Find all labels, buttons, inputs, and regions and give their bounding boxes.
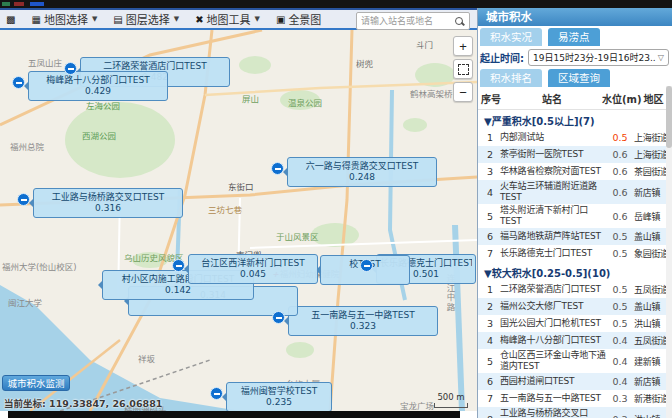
panel-scrollbar[interactable] — [666, 86, 672, 418]
table-row[interactable]: 4梅峰路十八分部门口TEST0.4五凤街道 — [478, 332, 672, 349]
water-level-value: 0.4 — [606, 335, 634, 346]
district-name: 建新镇 — [634, 355, 669, 368]
district-name: 盖山镇 — [634, 230, 669, 243]
table-row[interactable]: 7五一南路与五一中路TEST0.3新港街道 — [478, 390, 672, 407]
row-index: 6 — [480, 376, 500, 387]
table-row[interactable]: 7长乐路德克士门口TEST0.5象园街道 — [478, 245, 672, 262]
row-index: 7 — [480, 393, 500, 404]
window-chrome — [0, 0, 672, 8]
table-row[interactable]: 3国光公园大门口枪机TEST0.5洪山镇 — [478, 315, 672, 332]
chrome-fragment — [2, 2, 10, 6]
group-header[interactable]: ▼较大积水[0.25-0.5](10) — [478, 262, 672, 281]
table-row[interactable]: 5仓山区西三环金山寺地下通道内TEST0.4建新镇 — [478, 349, 672, 373]
map-select-icon: ▦ — [31, 14, 40, 25]
table-row[interactable]: 6西园村道闸口TEST0.4新店镇 — [478, 373, 672, 390]
time-range-input[interactable]: 19日15时23分-19日16时23.. ▽ — [528, 49, 669, 66]
table-row[interactable]: 2福州公交大修厂TEST0.5盖山镇 — [478, 298, 672, 315]
district-name: 岳峰镇 — [634, 210, 669, 223]
toolbar-item-label: 地图选择 — [44, 11, 88, 27]
flood-marker-icon[interactable] — [17, 193, 30, 206]
district-name: 新店镇 — [634, 375, 669, 388]
panel-title: 城市积水 — [478, 8, 672, 26]
time-range-row: 起止时间: 19日15时23分-19日16时23.. ▽ — [478, 46, 672, 67]
row-index: 5 — [480, 211, 500, 222]
marker-water-level: 0.142 — [106, 285, 250, 296]
group-header[interactable]: ▼严重积水[0.5以上](7) — [478, 110, 672, 129]
toolbar-item-map-select[interactable]: ▦地图选择▼ — [31, 11, 97, 27]
water-level-value: 0.6 — [606, 211, 634, 222]
scrollbar-thumb[interactable] — [666, 86, 672, 148]
search-input[interactable] — [357, 16, 454, 26]
extent-icon — [458, 64, 469, 75]
monitor-title-button[interactable]: 城市积水监测 — [2, 375, 70, 391]
water-level-value: 0.5 — [606, 248, 634, 259]
layer-select-icon: ▤ — [113, 14, 122, 25]
flood-marker-icon[interactable] — [271, 162, 284, 175]
flood-marker-callout[interactable]: 五一南路与五一中路TEST0.323 — [288, 306, 438, 336]
row-index: 7 — [480, 248, 500, 259]
flood-marker-callout[interactable]: 台江区西洋新村门口TEST0.045 — [188, 254, 318, 284]
toolbar-item-panorama[interactable]: ▣全景图 — [276, 11, 321, 27]
station-name: 梅峰路十八分部门口TEST — [500, 335, 606, 346]
row-index: 6 — [480, 231, 500, 242]
district-name: 上海街道 — [634, 148, 669, 161]
flood-marker-icon[interactable] — [172, 259, 185, 272]
zoom-out-button[interactable]: − — [453, 82, 473, 102]
tab-active[interactable]: 积水实况 — [480, 28, 542, 46]
flood-marker-icon[interactable] — [272, 311, 285, 324]
map-scale-text: 500 m — [437, 392, 464, 402]
table-row[interactable]: 6福马路地铁葫芦阵站TEST0.5盖山镇 — [478, 228, 672, 245]
toolbar-item-label: 全景图 — [288, 11, 321, 27]
column-header: 序号 — [480, 91, 502, 106]
station-name: 工业路与杨桥路交叉口TEST — [500, 408, 606, 418]
chrome-fragment — [30, 2, 44, 6]
district-name: 新店镇 — [634, 186, 669, 199]
flood-marker-icon[interactable] — [12, 76, 25, 89]
flood-marker-callout[interactable]: 工业路与杨桥路交叉口TEST0.316 — [33, 188, 183, 218]
row-index: 4 — [480, 335, 500, 346]
station-name: 火车站三环辅道附近道路TEST — [500, 181, 606, 203]
toolbar-item-label: 地图工具 — [207, 11, 251, 27]
flood-marker-callout[interactable]: 六一路与得贵路交叉口TEST0.248 — [287, 157, 437, 187]
table-row[interactable]: 1内部测试站0.5上海街道 — [478, 129, 672, 146]
district-name: 上海街道 — [634, 131, 669, 144]
table-row[interactable]: 5塔头附近清下新村门口TEST0.6岳峰镇 — [478, 204, 672, 228]
water-level-value: 0.3 — [606, 393, 634, 404]
station-name: 西园村道闸口TEST — [500, 376, 606, 387]
row-index: 5 — [480, 356, 500, 367]
station-name: 华林路省检察院对面TEST — [500, 166, 606, 177]
column-header: 站名 — [502, 91, 602, 106]
table-row[interactable]: 3华林路省检察院对面TEST0.6茶园街道 — [478, 163, 672, 180]
map-scale-bar — [434, 403, 468, 408]
flood-marker-icon[interactable] — [360, 259, 373, 272]
toolbar-item-label: 图层选择 — [126, 11, 170, 27]
zoom-in-button[interactable]: + — [453, 36, 473, 56]
map-canvas[interactable]: 五凤山庄树兜斗门鹤林高架桥屏山温泉公园左海公园西湖公园福州总院东街口三坊七巷南门… — [0, 30, 477, 411]
home-icon[interactable]: ▩ — [6, 14, 15, 25]
panorama-icon: ▣ — [276, 14, 285, 25]
flood-marker-icon[interactable] — [64, 62, 77, 75]
table-row[interactable]: 8工业路与杨桥路交叉口TEST0.3洪山镇 — [478, 407, 672, 418]
station-name: 仓山区西三环金山寺地下通道内TEST — [500, 350, 606, 372]
table-row[interactable]: 1二环路荣誉酒店门口TEST0.5五凤街道 — [478, 281, 672, 298]
marker-station-name: 五一南路与五一中路TEST — [292, 310, 434, 321]
tab-inactive[interactable]: 易涝点 — [548, 28, 600, 46]
extent-button[interactable] — [453, 59, 473, 79]
flood-marker-callout[interactable]: 福州闽智学校TEST0.235 — [226, 382, 332, 411]
subtab-active[interactable]: 积水排名 — [480, 69, 542, 87]
district-name: 象园街道 — [634, 247, 669, 260]
flood-marker-callout[interactable]: 梅峰路十八分部门口TEST0.429 — [28, 71, 168, 101]
table-row[interactable]: 4火车站三环辅道附近道路TEST0.6新店镇 — [478, 180, 672, 204]
toolbar-item-layer-select[interactable]: ▤图层选择▼ — [113, 11, 179, 27]
marker-station-name: 梅峰路十八分部门口TEST — [32, 75, 164, 86]
row-index: 2 — [480, 301, 500, 312]
map-scale: 500 m — [434, 392, 468, 408]
time-range-label: 起止时间: — [480, 50, 524, 65]
right-panel: 城市积水 积水实况易涝点 起止时间: 19日15时23分-19日16时23.. … — [477, 8, 672, 418]
subtab-inactive[interactable]: 区域查询 — [548, 69, 610, 87]
search-icon[interactable] — [454, 16, 465, 27]
toolbar-item-map-tools[interactable]: ✖地图工具▼ — [195, 11, 260, 27]
table-header: 序号站名水位(m)地区 — [478, 87, 672, 110]
flood-marker-icon[interactable] — [210, 387, 223, 400]
table-row[interactable]: 2茶亭街附一医院TEST0.6上海街道 — [478, 146, 672, 163]
